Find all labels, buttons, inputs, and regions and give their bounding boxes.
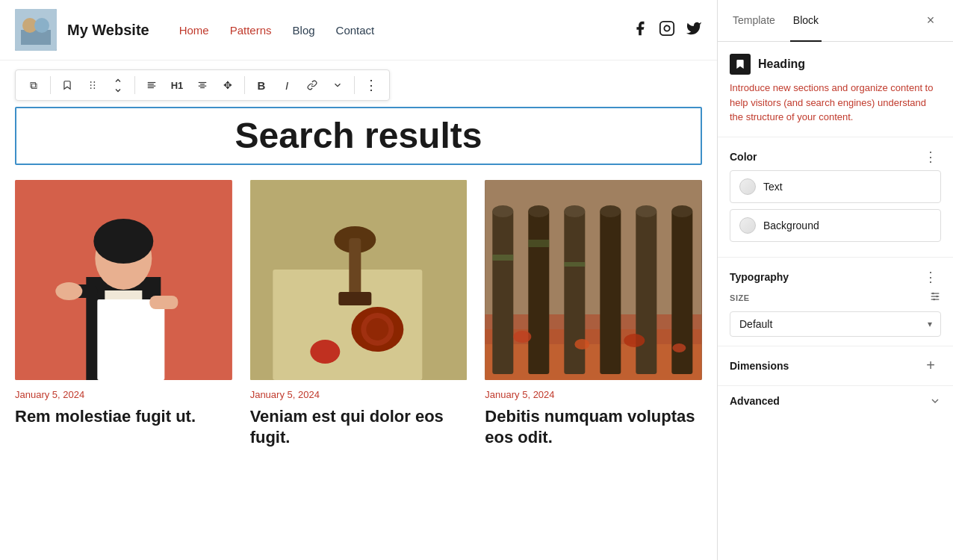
svg-point-57 (514, 331, 532, 343)
block-section-header: Heading (718, 42, 953, 81)
heading-text[interactable]: Search results (28, 114, 689, 158)
typography-section-header: Typography ⋮ (730, 267, 941, 287)
panel-close-button[interactable]: × (920, 10, 941, 31)
color-background-circle (739, 217, 756, 234)
duplicate-button[interactable]: ⧉ (22, 73, 46, 97)
dimensions-title: Dimensions (730, 360, 789, 372)
post-card-3: January 5, 2024 Debitis numquam voluptas… (485, 180, 702, 449)
typography-section-title: Typography (730, 271, 789, 283)
svg-rect-28 (149, 296, 178, 309)
typography-controls-button[interactable] (929, 290, 941, 305)
post-date-1: January 5, 2024 (15, 389, 232, 400)
link-button[interactable] (300, 73, 324, 97)
tab-template[interactable]: Template (730, 0, 778, 42)
color-text-label: Text (763, 181, 783, 193)
advanced-chevron-icon (929, 395, 941, 407)
post-card-2: January 5, 2024 Veniam est qui dolor eos… (250, 180, 468, 449)
svg-rect-36 (349, 238, 361, 298)
svg-point-59 (624, 334, 645, 347)
svg-point-52 (636, 205, 657, 217)
svg-point-8 (90, 84, 92, 86)
svg-rect-43 (529, 210, 550, 374)
block-description: Introduce new sections and organize cont… (718, 81, 953, 137)
color-more-button[interactable]: ⋮ (920, 146, 941, 167)
post-title-1: Rem molestiae fugit ut. (15, 406, 232, 428)
post-image-3 (485, 180, 702, 380)
color-section-header: Color ⋮ (730, 146, 941, 167)
svg-point-49 (529, 205, 550, 217)
site-logo (15, 9, 57, 51)
align-center-button[interactable] (190, 73, 214, 97)
svg-point-27 (55, 282, 82, 300)
nav-contact[interactable]: Contact (336, 24, 375, 37)
align-left-button[interactable] (140, 73, 164, 97)
typography-size-label: SIZE (730, 290, 941, 305)
bookmark-button[interactable] (55, 73, 79, 97)
advanced-title: Advanced (730, 395, 780, 407)
dimensions-add-button[interactable]: + (920, 355, 941, 376)
drag-handle[interactable] (81, 73, 105, 97)
facebook-icon[interactable] (632, 20, 648, 40)
color-text-option[interactable]: Text (730, 170, 941, 203)
color-section-title: Color (730, 151, 757, 163)
svg-point-50 (565, 205, 586, 217)
svg-point-58 (575, 339, 590, 349)
instagram-icon[interactable] (659, 20, 675, 40)
post-image-1 (15, 180, 232, 380)
advanced-section: Advanced (718, 385, 953, 416)
italic-button[interactable]: I (275, 73, 299, 97)
size-select[interactable]: Default Small Medium Large X-Large (730, 311, 941, 337)
typography-section: Typography ⋮ SIZE Default Small Medium L… (718, 257, 953, 346)
svg-point-11 (93, 87, 95, 89)
color-text-circle (739, 178, 756, 195)
heading-level-button[interactable]: H1 (165, 73, 189, 97)
svg-point-9 (93, 84, 95, 86)
more-rich-text-button[interactable] (326, 73, 350, 97)
svg-rect-37 (338, 292, 371, 305)
toolbar-divider-3 (244, 76, 245, 94)
nav-home[interactable]: Home (179, 24, 209, 37)
post-card-1: January 5, 2024 Rem molestiae fugit ut. (15, 180, 232, 449)
site-title: My Website (67, 22, 149, 39)
dimensions-header: Dimensions + (730, 355, 941, 376)
move-button[interactable] (106, 73, 130, 97)
block-toolbar: ⧉ H1 ✥ B I ⋮ (15, 69, 390, 101)
svg-rect-25 (97, 299, 164, 380)
svg-point-53 (672, 205, 693, 217)
right-panel: Template Block × Heading Introduce new s… (717, 0, 953, 560)
svg-rect-56 (565, 262, 586, 267)
tab-block[interactable]: Block (790, 0, 822, 42)
bold-button[interactable]: B (249, 73, 273, 97)
svg-point-10 (90, 87, 92, 89)
advanced-header[interactable]: Advanced (730, 395, 941, 407)
transform-button[interactable]: ✥ (216, 73, 240, 97)
svg-rect-45 (600, 210, 621, 374)
svg-rect-44 (565, 210, 586, 374)
svg-rect-46 (636, 210, 657, 374)
toolbar-divider-2 (134, 76, 135, 94)
svg-point-3 (34, 18, 49, 33)
svg-rect-1 (21, 30, 51, 45)
svg-point-23 (93, 219, 153, 264)
size-select-wrapper: Default Small Medium Large X-Large ▾ (730, 311, 941, 337)
svg-point-48 (493, 205, 514, 217)
post-title-2: Veniam est qui dolor eos fugit. (250, 406, 468, 449)
svg-point-64 (932, 292, 934, 294)
post-image-2 (250, 180, 468, 380)
nav-blog[interactable]: Blog (293, 24, 315, 37)
color-section: Color ⋮ Text Background (718, 137, 953, 257)
options-button[interactable]: ⋮ (359, 73, 383, 97)
nav-patterns[interactable]: Patterns (230, 24, 272, 37)
site-header: My Website Home Patterns Blog Contact (0, 0, 717, 60)
color-background-option[interactable]: Background (730, 209, 941, 242)
svg-rect-42 (493, 210, 514, 374)
toolbar-divider-4 (354, 76, 355, 94)
post-date-3: January 5, 2024 (485, 389, 702, 400)
heading-block-wrapper[interactable]: Search results (15, 107, 702, 165)
block-icon (730, 54, 751, 75)
block-label: Heading (758, 57, 805, 71)
site-nav: Home Patterns Blog Contact (179, 24, 632, 37)
post-date-2: January 5, 2024 (250, 389, 468, 400)
typography-more-button[interactable]: ⋮ (920, 267, 941, 287)
twitter-icon[interactable] (686, 20, 702, 40)
